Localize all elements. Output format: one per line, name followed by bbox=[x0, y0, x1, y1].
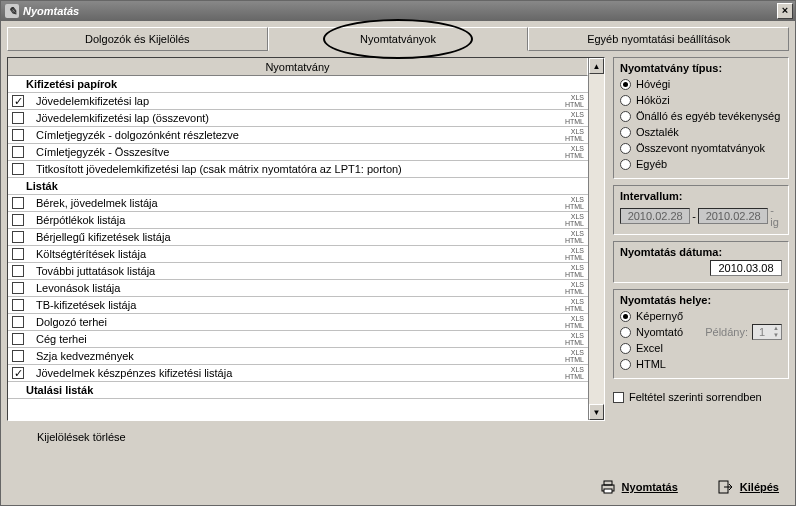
form-type-option[interactable]: Hóközi bbox=[620, 92, 782, 108]
item-label: Költségtérítések listája bbox=[34, 248, 558, 260]
item-checkbox[interactable] bbox=[12, 299, 24, 311]
radio-icon[interactable] bbox=[620, 327, 631, 338]
print-date-input[interactable]: 2010.03.08 bbox=[710, 260, 782, 276]
app-icon: ✎ bbox=[5, 4, 19, 18]
form-type-option[interactable]: Osztalék bbox=[620, 124, 782, 140]
item-label: További juttatások listája bbox=[34, 265, 558, 277]
radio-label: Képernyő bbox=[636, 310, 683, 322]
radio-icon[interactable] bbox=[620, 111, 631, 122]
print-place-option[interactable]: Excel bbox=[620, 340, 782, 356]
copies-spinner[interactable]: 1▲▼ bbox=[752, 324, 782, 340]
radio-icon[interactable] bbox=[620, 95, 631, 106]
clear-selection-link[interactable]: Kijelölések törlése bbox=[7, 421, 605, 443]
copies-label: Példány: bbox=[705, 326, 748, 338]
scroll-track[interactable] bbox=[589, 74, 604, 404]
item-checkbox[interactable] bbox=[12, 367, 24, 379]
form-type-option[interactable]: Összevont nyomtatványok bbox=[620, 140, 782, 156]
list-item[interactable]: Jövedelemkifizetési lap (összevont)XLSHT… bbox=[8, 110, 588, 127]
body: Nyomtatvány Kifizetési papírokJövedelemk… bbox=[1, 51, 795, 469]
exit-button[interactable]: Kilépés bbox=[718, 479, 779, 495]
print-button[interactable]: Nyomtatás bbox=[600, 479, 678, 495]
exit-label: Kilépés bbox=[740, 481, 779, 493]
item-checkbox[interactable] bbox=[12, 231, 24, 243]
list-item[interactable]: Bérjellegű kifizetések listájaXLSHTML bbox=[8, 229, 588, 246]
radio-icon[interactable] bbox=[620, 143, 631, 154]
radio-icon[interactable] bbox=[620, 127, 631, 138]
form-type-option[interactable]: Hóvégi bbox=[620, 76, 782, 92]
list-item[interactable]: TB-kifizetések listájaXLSHTML bbox=[8, 297, 588, 314]
item-checkbox[interactable] bbox=[12, 316, 24, 328]
sort-by-condition-row[interactable]: Feltétel szerinti sorrendben bbox=[613, 389, 789, 405]
item-formats: XLSHTML bbox=[558, 366, 588, 380]
item-label: Bérjellegű kifizetések listája bbox=[34, 231, 558, 243]
form-type-option[interactable]: Önálló és egyéb tevékenység bbox=[620, 108, 782, 124]
list-item[interactable]: Levonások listájaXLSHTML bbox=[8, 280, 588, 297]
grid-header-label: Nyomtatvány bbox=[265, 61, 329, 73]
radio-icon[interactable] bbox=[620, 79, 631, 90]
list-item[interactable]: Bérpótlékok listájaXLSHTML bbox=[8, 212, 588, 229]
exit-icon bbox=[718, 479, 734, 495]
item-label: Jövedelemkifizetési lap (összevont) bbox=[34, 112, 558, 124]
list-item[interactable]: További juttatások listájaXLSHTML bbox=[8, 263, 588, 280]
list-item[interactable]: Dolgozó terheiXLSHTML bbox=[8, 314, 588, 331]
form-type-group: Nyomtatvány típus: HóvégiHóköziÖnálló és… bbox=[613, 57, 789, 179]
list-item[interactable]: Költségtérítések listájaXLSHTML bbox=[8, 246, 588, 263]
item-formats: XLSHTML bbox=[558, 281, 588, 295]
item-checkbox[interactable] bbox=[12, 163, 24, 175]
close-button[interactable]: × bbox=[777, 3, 793, 19]
radio-icon[interactable] bbox=[620, 311, 631, 322]
item-checkbox[interactable] bbox=[12, 282, 24, 294]
item-checkbox[interactable] bbox=[12, 146, 24, 158]
radio-icon[interactable] bbox=[620, 343, 631, 354]
tab-forms[interactable]: Nyomtatványok bbox=[268, 27, 529, 51]
radio-label: Összevont nyomtatványok bbox=[636, 142, 765, 154]
list-item[interactable]: Címletjegyzék - dolgozónként részletezve… bbox=[8, 127, 588, 144]
radio-icon[interactable] bbox=[620, 159, 631, 170]
copies-control: Példány:1▲▼ bbox=[705, 324, 782, 340]
item-checkbox[interactable] bbox=[12, 265, 24, 277]
item-checkbox[interactable] bbox=[12, 214, 24, 226]
item-checkbox[interactable] bbox=[12, 333, 24, 345]
print-place-option[interactable]: HTML bbox=[620, 356, 782, 372]
interval-from-input[interactable]: 2010.02.28 bbox=[620, 208, 690, 224]
vertical-scrollbar[interactable]: ▲ ▼ bbox=[588, 58, 604, 420]
item-label: Levonások listája bbox=[34, 282, 558, 294]
list-item[interactable]: Szja kedvezményekXLSHTML bbox=[8, 348, 588, 365]
item-checkbox[interactable] bbox=[12, 95, 24, 107]
item-formats: XLSHTML bbox=[558, 315, 588, 329]
print-place-option[interactable]: NyomtatóPéldány:1▲▼ bbox=[620, 324, 782, 340]
interval-to-input[interactable]: 2010.02.28 bbox=[698, 208, 768, 224]
tab-label: Dolgozók és Kijelölés bbox=[85, 33, 190, 45]
list-item[interactable]: Jövedelemkifizetési lapXLSHTML bbox=[8, 93, 588, 110]
section-header: Utalási listák bbox=[8, 382, 588, 399]
scroll-down-button[interactable]: ▼ bbox=[589, 404, 604, 420]
item-checkbox[interactable] bbox=[12, 112, 24, 124]
print-place-option[interactable]: Képernyő bbox=[620, 308, 782, 324]
item-formats: XLSHTML bbox=[558, 332, 588, 346]
form-type-option[interactable]: Egyéb bbox=[620, 156, 782, 172]
tab-employees[interactable]: Dolgozók és Kijelölés bbox=[7, 27, 268, 51]
grid-header[interactable]: Nyomtatvány bbox=[8, 58, 588, 76]
item-formats: XLSHTML bbox=[558, 196, 588, 210]
item-label: Jövedelmek készpénzes kifizetési listája bbox=[34, 367, 558, 379]
radio-icon[interactable] bbox=[620, 359, 631, 370]
print-location-legend: Nyomtatás helye: bbox=[620, 294, 782, 306]
radio-label: Hóvégi bbox=[636, 78, 670, 90]
list-item[interactable]: Titkosított jövedelemkifizetési lap (csa… bbox=[8, 161, 588, 178]
tab-other-settings[interactable]: Egyéb nyomtatási beállítások bbox=[528, 27, 789, 51]
item-formats: XLSHTML bbox=[558, 111, 588, 125]
item-checkbox[interactable] bbox=[12, 129, 24, 141]
list-item[interactable]: Címletjegyzék - ÖsszesítveXLSHTML bbox=[8, 144, 588, 161]
sort-checkbox[interactable] bbox=[613, 392, 624, 403]
item-checkbox[interactable] bbox=[12, 350, 24, 362]
list-item[interactable]: Cég terheiXLSHTML bbox=[8, 331, 588, 348]
item-label: Bérpótlékok listája bbox=[34, 214, 558, 226]
item-checkbox[interactable] bbox=[12, 248, 24, 260]
list-item[interactable]: Bérek, jövedelmek listájaXLSHTML bbox=[8, 195, 588, 212]
list-item[interactable]: Jövedelmek készpénzes kifizetési listája… bbox=[8, 365, 588, 382]
scroll-up-button[interactable]: ▲ bbox=[589, 58, 604, 74]
settings-panel: Nyomtatvány típus: HóvégiHóköziÖnálló és… bbox=[613, 57, 789, 463]
footer: Nyomtatás Kilépés bbox=[600, 479, 779, 495]
item-checkbox[interactable] bbox=[12, 197, 24, 209]
item-label: TB-kifizetések listája bbox=[34, 299, 558, 311]
